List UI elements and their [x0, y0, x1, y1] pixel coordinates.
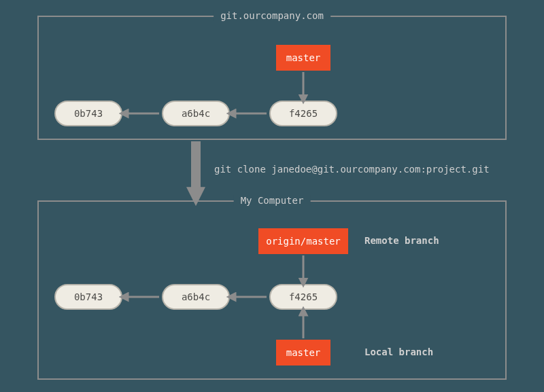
commit-node: f4265: [269, 284, 337, 310]
branch-master-remote-server: master: [276, 45, 330, 71]
commit-node: a6b4c: [162, 101, 230, 126]
commit-node: f4265: [269, 101, 337, 126]
server-box-title: git.ourcompany.com: [214, 10, 330, 21]
commit-node: 0b743: [54, 101, 122, 126]
branch-origin-master: origin/master: [258, 228, 348, 254]
commit-node: a6b4c: [162, 284, 230, 310]
commit-node: 0b743: [54, 284, 122, 310]
clone-command-label: git clone janedoe@git.ourcompany.com:pro…: [214, 164, 490, 175]
local-branch-label: Local branch: [364, 346, 433, 357]
remote-branch-label: Remote branch: [364, 235, 439, 246]
local-box-title: My Computer: [234, 195, 311, 206]
branch-master-local: master: [276, 340, 330, 366]
